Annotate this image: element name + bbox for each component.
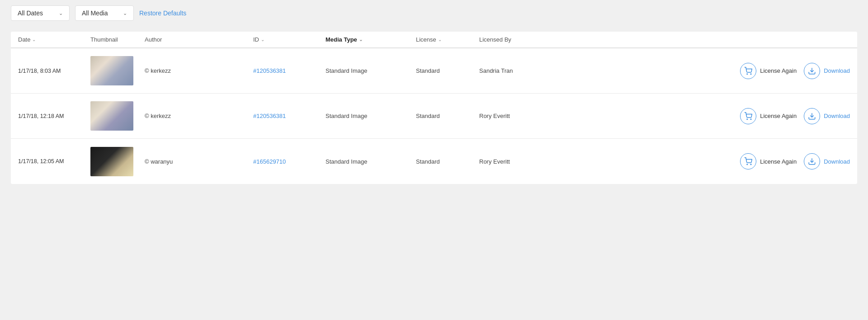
col-header-licensed-by: Licensed By [479,36,570,43]
download-label: Download [824,158,850,165]
download-button[interactable]: Download [804,153,850,169]
row-actions: License Again Download [570,108,850,124]
download-icon [804,108,820,124]
svg-point-7 [750,164,751,165]
row-media-type: Standard Image [326,158,416,165]
table-container: Date ⌄ Thumbnail Author ID ⌄ Media Type … [11,32,857,184]
page-container: All Dates ⌄ All Media ⌄ Restore Defaults… [0,0,868,320]
dates-dropdown[interactable]: All Dates ⌄ [11,5,70,21]
svg-point-3 [747,119,748,120]
row-license: Standard [416,113,479,119]
media-type-sort-icon: ⌄ [359,37,363,42]
svg-point-1 [750,74,751,75]
license-again-label: License Again [760,113,797,119]
row-media-type: Standard Image [326,67,416,74]
col-header-thumbnail: Thumbnail [90,36,145,43]
row-date: 1/17/18, 12:18 AM [18,113,90,119]
thumbnail-image [90,147,133,176]
row-id-link[interactable]: #120536381 [253,113,326,119]
license-again-button[interactable]: License Again [740,108,797,124]
col-header-license[interactable]: License ⌄ [416,36,479,43]
thumbnail-image [90,101,133,131]
toolbar: All Dates ⌄ All Media ⌄ Restore Defaults [11,5,857,21]
table-row: 1/17/18, 12:18 AM © kerkezz #120536381 S… [11,94,857,139]
license-again-button[interactable]: License Again [740,63,797,79]
dates-chevron-icon: ⌄ [59,10,63,16]
row-author: © kerkezz [145,67,253,74]
col-header-date[interactable]: Date ⌄ [18,36,90,43]
row-date: 1/17/18, 12:05 AM [18,158,90,165]
download-button[interactable]: Download [804,108,850,124]
svg-point-0 [747,74,748,75]
license-again-icon [740,108,756,124]
license-again-label: License Again [760,67,797,74]
license-again-button[interactable]: License Again [740,153,797,169]
row-licensed-by: Rory Everitt [479,113,570,119]
row-actions: License Again Download [570,63,850,79]
svg-point-6 [747,164,748,165]
row-licensed-by: Sandria Tran [479,67,570,74]
license-sort-icon: ⌄ [438,37,442,42]
table-row: 1/17/18, 8:03 AM © kerkezz #120536381 St… [11,48,857,94]
row-author: © waranyu [145,158,253,165]
id-sort-icon: ⌄ [261,37,264,42]
row-media-type: Standard Image [326,113,416,119]
row-licensed-by: Rory Everitt [479,158,570,165]
download-icon [804,153,820,169]
row-id-link[interactable]: #120536381 [253,67,326,74]
dates-label: All Dates [18,9,43,17]
download-label: Download [824,67,850,74]
row-license: Standard [416,158,479,165]
col-header-id[interactable]: ID ⌄ [253,36,326,43]
table-row: 1/17/18, 12:05 AM © waranyu #165629710 S… [11,139,857,184]
download-label: Download [824,113,850,119]
row-date: 1/17/18, 8:03 AM [18,68,90,74]
row-license: Standard [416,67,479,74]
media-chevron-icon: ⌄ [123,10,127,16]
media-label: All Media [82,9,108,17]
row-author: © kerkezz [145,113,253,119]
date-sort-icon: ⌄ [32,37,36,42]
row-actions: License Again Download [570,153,850,169]
row-id-link[interactable]: #165629710 [253,158,326,165]
thumbnail-image [90,56,133,85]
license-again-icon [740,63,756,79]
col-header-media-type[interactable]: Media Type ⌄ [326,36,416,43]
license-again-icon [740,153,756,169]
download-icon [804,63,820,79]
table-header: Date ⌄ Thumbnail Author ID ⌄ Media Type … [11,32,857,48]
col-header-author: Author [145,36,253,43]
media-dropdown[interactable]: All Media ⌄ [75,5,134,21]
svg-point-4 [750,119,751,120]
restore-defaults-button[interactable]: Restore Defaults [139,9,186,17]
license-again-label: License Again [760,158,797,165]
download-button[interactable]: Download [804,63,850,79]
